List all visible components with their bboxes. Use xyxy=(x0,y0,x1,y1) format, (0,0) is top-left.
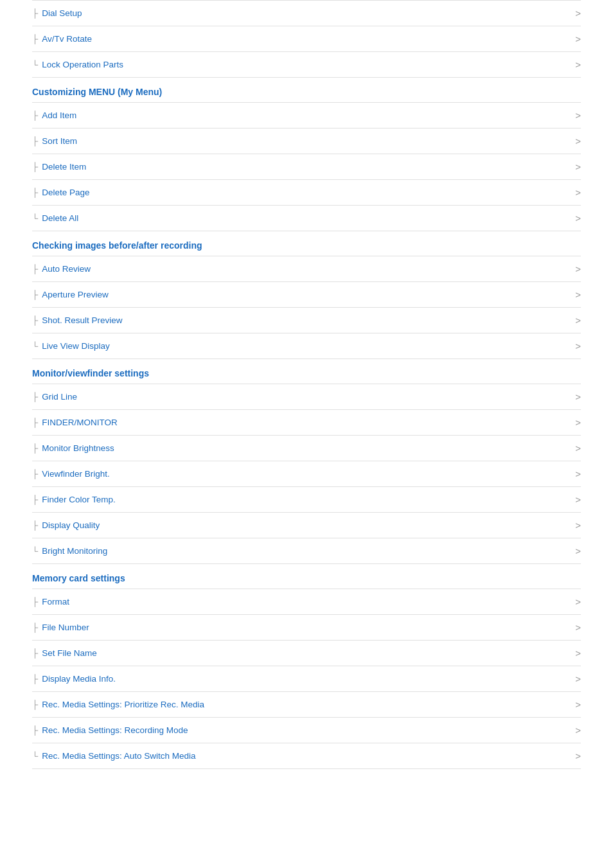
menu-item-format[interactable]: ├Format> xyxy=(32,589,581,615)
menu-item-add-item[interactable]: ├Add Item> xyxy=(32,102,581,128)
item-text-rec-media-auto-switch: Rec. Media Settings: Auto Switch Media xyxy=(42,751,195,761)
section-header-memory-card: Memory card settings xyxy=(32,564,581,589)
menu-item-delete-item[interactable]: ├Delete Item> xyxy=(32,154,581,180)
chevron-right-icon: > xyxy=(575,187,581,198)
section-memory-card: Memory card settings├Format>├File Number… xyxy=(32,564,581,769)
menu-item-label-lock-operation-parts: └Lock Operation Parts xyxy=(32,60,123,69)
menu-item-grid-line[interactable]: ├Grid Line> xyxy=(32,384,581,410)
chevron-right-icon: > xyxy=(575,315,581,326)
indent-marker: ├ xyxy=(32,648,38,658)
menu-item-label-bright-monitoring: └Bright Monitoring xyxy=(32,546,107,556)
indent-marker: ├ xyxy=(32,674,38,684)
menu-item-viewfinder-bright[interactable]: ├Viewfinder Bright.> xyxy=(32,461,581,487)
menu-item-label-sort-item: ├Sort Item xyxy=(32,136,77,146)
menu-item-rec-media-auto-switch[interactable]: └Rec. Media Settings: Auto Switch Media> xyxy=(32,743,581,769)
section-checking-images: Checking images before/after recording├A… xyxy=(32,231,581,359)
menu-item-finder-color-temp[interactable]: ├Finder Color Temp.> xyxy=(32,487,581,513)
menu-item-label-finder-color-temp: ├Finder Color Temp. xyxy=(32,495,116,504)
indent-marker: ├ xyxy=(32,623,38,632)
item-text-dial-setup: Dial Setup xyxy=(42,8,82,18)
chevron-right-icon: > xyxy=(575,213,581,224)
menu-item-display-quality[interactable]: ├Display Quality> xyxy=(32,513,581,538)
menu-item-set-file-name[interactable]: ├Set File Name> xyxy=(32,641,581,666)
indent-marker: └ xyxy=(32,213,38,223)
chevron-right-icon: > xyxy=(575,725,581,736)
indent-marker: ├ xyxy=(32,495,38,504)
indent-marker: ├ xyxy=(32,418,38,427)
menu-item-label-dial-setup: ├Dial Setup xyxy=(32,8,82,18)
section-items-memory-card: ├Format>├File Number>├Set File Name>├Dis… xyxy=(32,589,581,769)
item-text-display-quality: Display Quality xyxy=(42,520,100,530)
indent-marker: ├ xyxy=(32,34,38,44)
section-header-checking-images: Checking images before/after recording xyxy=(32,231,581,256)
menu-item-rec-media-recording-mode[interactable]: ├Rec. Media Settings: Recording Mode> xyxy=(32,718,581,743)
indent-marker: └ xyxy=(32,751,38,761)
item-text-aperture-preview: Aperture Preview xyxy=(42,290,109,299)
menu-item-aperture-preview[interactable]: ├Aperture Preview> xyxy=(32,282,581,308)
menu-item-delete-page[interactable]: ├Delete Page> xyxy=(32,180,581,206)
chevron-right-icon: > xyxy=(575,545,581,556)
item-text-finder-color-temp: Finder Color Temp. xyxy=(42,495,116,504)
menu-item-label-delete-page: ├Delete Page xyxy=(32,188,90,197)
menu-item-bright-monitoring[interactable]: └Bright Monitoring> xyxy=(32,538,581,564)
item-text-display-media-info: Display Media Info. xyxy=(42,674,116,684)
section-items-checking-images: ├Auto Review>├Aperture Preview>├Shot. Re… xyxy=(32,256,581,359)
item-text-delete-page: Delete Page xyxy=(42,188,89,197)
menu-item-label-viewfinder-bright: ├Viewfinder Bright. xyxy=(32,469,110,479)
menu-item-av-tv-rotate[interactable]: ├Av/Tv Rotate> xyxy=(32,26,581,52)
item-text-av-tv-rotate: Av/Tv Rotate xyxy=(42,34,92,44)
indent-marker: ├ xyxy=(32,290,38,299)
item-text-delete-item: Delete Item xyxy=(42,162,86,172)
chevron-right-icon: > xyxy=(575,110,581,121)
chevron-right-icon: > xyxy=(575,263,581,274)
section-top-items: ├Dial Setup>├Av/Tv Rotate>└Lock Operatio… xyxy=(32,0,581,78)
menu-item-label-set-file-name: ├Set File Name xyxy=(32,648,97,658)
menu-item-label-live-view-display: └Live View Display xyxy=(32,341,110,351)
chevron-right-icon: > xyxy=(575,468,581,479)
menu-item-label-file-number: ├File Number xyxy=(32,623,89,632)
menu-item-display-media-info[interactable]: ├Display Media Info.> xyxy=(32,666,581,692)
item-text-delete-all: Delete All xyxy=(42,213,78,223)
menu-item-label-format: ├Format xyxy=(32,597,69,607)
menu-item-finder-monitor[interactable]: ├FINDER/MONITOR> xyxy=(32,410,581,436)
menu-item-monitor-brightness[interactable]: ├Monitor Brightness> xyxy=(32,436,581,461)
chevron-right-icon: > xyxy=(575,8,581,19)
item-text-viewfinder-bright: Viewfinder Bright. xyxy=(42,469,110,479)
indent-marker: ├ xyxy=(32,188,38,197)
menu-item-file-number[interactable]: ├File Number> xyxy=(32,615,581,641)
menu-item-label-aperture-preview: ├Aperture Preview xyxy=(32,290,109,299)
chevron-right-icon: > xyxy=(575,289,581,300)
item-text-grid-line: Grid Line xyxy=(42,392,77,402)
indent-marker: ├ xyxy=(32,315,38,325)
menu-item-delete-all[interactable]: └Delete All> xyxy=(32,206,581,231)
section-items-customizing-menu: ├Add Item>├Sort Item>├Delete Item>├Delet… xyxy=(32,102,581,231)
indent-marker: ├ xyxy=(32,597,38,607)
indent-marker: └ xyxy=(32,546,38,556)
menu-item-rec-media-prioritize[interactable]: ├Rec. Media Settings: Prioritize Rec. Me… xyxy=(32,692,581,718)
indent-marker: ├ xyxy=(32,520,38,530)
menu-item-label-grid-line: ├Grid Line xyxy=(32,392,77,402)
indent-marker: ├ xyxy=(32,469,38,479)
chevron-right-icon: > xyxy=(575,750,581,761)
item-text-set-file-name: Set File Name xyxy=(42,648,97,658)
menu-item-label-auto-review: ├Auto Review xyxy=(32,264,91,274)
menu-item-auto-review[interactable]: ├Auto Review> xyxy=(32,256,581,282)
indent-marker: ├ xyxy=(32,264,38,274)
menu-item-shot-result-preview[interactable]: ├Shot. Result Preview> xyxy=(32,308,581,333)
menu-item-label-add-item: ├Add Item xyxy=(32,111,76,120)
indent-marker: ├ xyxy=(32,700,38,709)
menu-item-lock-operation-parts[interactable]: └Lock Operation Parts> xyxy=(32,52,581,78)
menu-item-live-view-display[interactable]: └Live View Display> xyxy=(32,333,581,359)
item-text-finder-monitor: FINDER/MONITOR xyxy=(42,418,118,427)
section-header-customizing-menu: Customizing MENU (My Menu) xyxy=(32,78,581,102)
item-text-shot-result-preview: Shot. Result Preview xyxy=(42,315,122,325)
menu-item-label-rec-media-recording-mode: ├Rec. Media Settings: Recording Mode xyxy=(32,725,188,735)
menu-item-label-monitor-brightness: ├Monitor Brightness xyxy=(32,443,114,453)
item-text-bright-monitoring: Bright Monitoring xyxy=(42,546,107,556)
indent-marker: ├ xyxy=(32,111,38,120)
menu-item-sort-item[interactable]: ├Sort Item> xyxy=(32,128,581,154)
indent-marker: └ xyxy=(32,341,38,351)
menu-item-dial-setup[interactable]: ├Dial Setup> xyxy=(32,0,581,26)
menu-item-label-display-quality: ├Display Quality xyxy=(32,520,100,530)
indent-marker: ├ xyxy=(32,136,38,146)
